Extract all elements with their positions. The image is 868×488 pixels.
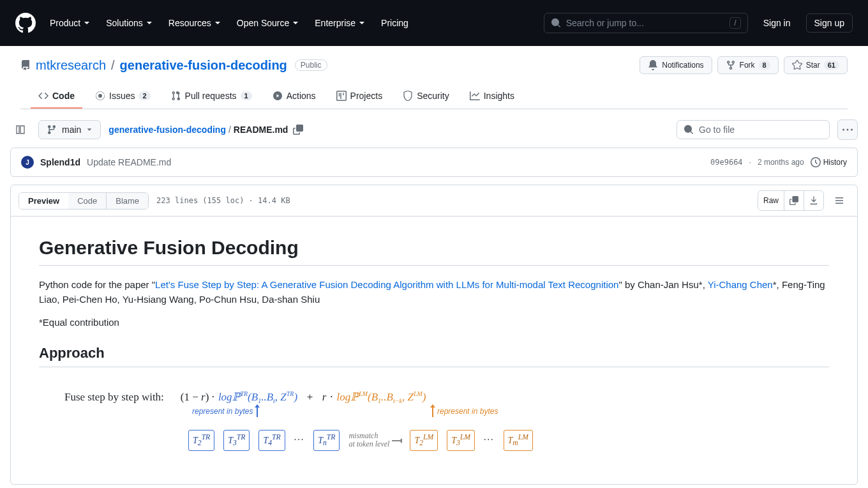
tab-issues[interactable]: Issues2: [87, 84, 158, 109]
repo-icon: [20, 60, 31, 70]
outline-button[interactable]: [829, 190, 849, 211]
tab-insights[interactable]: Insights: [462, 84, 522, 109]
view-switcher: Preview Code Blame: [19, 192, 149, 210]
author-link[interactable]: Yi-Chang Chen: [708, 279, 773, 290]
search-input[interactable]: Search or jump to... /: [544, 13, 748, 33]
commit-message[interactable]: Update README.md: [87, 157, 171, 167]
commit-time: 2 months ago: [758, 158, 804, 167]
sidebar-collapse-icon: [15, 125, 26, 135]
nav-solutions[interactable]: Solutions: [100, 13, 160, 33]
raw-button[interactable]: Raw: [758, 191, 784, 210]
repo-tabs: Code Issues2 Pull requests1 Actions Proj…: [20, 84, 848, 109]
copy-path-button[interactable]: [290, 122, 306, 137]
actions-icon: [273, 91, 283, 101]
tab-actions[interactable]: Actions: [265, 84, 324, 109]
download-icon: [809, 196, 818, 205]
repo-header: mtkresearch / generative-fusion-decoding…: [0, 46, 868, 109]
kebab-icon: [842, 125, 853, 135]
search-icon: [551, 18, 561, 28]
repo-owner-link[interactable]: mtkresearch: [36, 58, 106, 73]
paper-link[interactable]: Let's Fuse Step by Step: A Generative Fu…: [155, 279, 618, 290]
slash-shortcut: /: [730, 17, 740, 29]
github-logo-icon[interactable]: [15, 13, 36, 33]
primary-nav: Product Solutions Resources Open Source …: [43, 13, 536, 33]
file-box: Preview Code Blame 223 lines (155 loc) ·…: [10, 185, 858, 485]
readme-intro: Python code for the paper "Let's Fuse St…: [39, 277, 829, 307]
fork-button[interactable]: Fork8: [717, 56, 779, 74]
nav-product[interactable]: Product: [43, 13, 97, 33]
file-area: main generative-fusion-decoding / README…: [0, 109, 868, 488]
chevron-down-icon: [83, 19, 91, 27]
view-blame[interactable]: Blame: [107, 193, 148, 209]
sign-up-button[interactable]: Sign up: [806, 13, 853, 33]
chevron-down-icon: [214, 19, 221, 27]
history-link[interactable]: History: [811, 157, 847, 167]
commit-sha[interactable]: 09e9664: [710, 158, 743, 167]
goto-file-input[interactable]: Go to file: [677, 120, 830, 139]
nav-resources[interactable]: Resources: [162, 13, 228, 33]
readme-content: Generative Fusion Decoding Python code f…: [11, 217, 857, 484]
approach-heading: Approach: [39, 345, 829, 367]
fork-count: 8: [759, 61, 770, 70]
issues-icon: [95, 91, 105, 101]
projects-icon: [336, 91, 347, 101]
copy-icon: [293, 125, 303, 135]
breadcrumb-root[interactable]: generative-fusion-decoding: [108, 125, 226, 135]
latest-commit: J Splend1d Update README.md 09e9664 · 2 …: [10, 148, 858, 177]
star-icon: [792, 60, 802, 70]
insights-icon: [470, 91, 480, 101]
tab-code[interactable]: Code: [31, 84, 82, 109]
search-icon: [684, 125, 694, 135]
chevron-down-icon: [86, 126, 93, 133]
file-stats: 223 lines (155 loc) · 14.4 KB: [156, 196, 290, 205]
nav-open-source[interactable]: Open Source: [230, 13, 306, 33]
repo-name-link[interactable]: generative-fusion-decoding: [120, 58, 287, 73]
more-options-button[interactable]: [837, 119, 858, 140]
star-button[interactable]: Star61: [784, 56, 848, 74]
chevron-down-icon: [146, 19, 153, 27]
tab-pull-requests[interactable]: Pull requests1: [163, 84, 260, 109]
list-icon: [834, 195, 844, 206]
copy-icon: [789, 196, 798, 205]
chevron-down-icon: [292, 19, 299, 27]
pr-icon: [171, 91, 181, 101]
repo-sep: /: [111, 58, 115, 73]
security-icon: [403, 91, 413, 101]
star-count: 61: [824, 61, 839, 70]
code-icon: [38, 91, 49, 101]
view-code[interactable]: Code: [68, 193, 106, 209]
copy-button[interactable]: [784, 191, 804, 210]
collapse-tree-button[interactable]: [10, 119, 31, 140]
nav-enterprise[interactable]: Enterprise: [308, 13, 372, 33]
download-button[interactable]: [804, 191, 823, 210]
approach-figure: Fuse step by step with: (1 − r) · logℙTR…: [39, 377, 829, 464]
equal-contribution: *Equal contribution: [39, 315, 829, 330]
visibility-badge: Public: [295, 59, 327, 71]
site-header: Product Solutions Resources Open Source …: [0, 0, 868, 46]
commit-author[interactable]: Splend1d: [40, 157, 80, 167]
fork-icon: [726, 60, 736, 70]
tab-projects[interactable]: Projects: [329, 84, 391, 109]
readme-title: Generative Fusion Decoding: [39, 237, 829, 266]
nav-pricing[interactable]: Pricing: [375, 13, 415, 33]
notifications-button[interactable]: Notifications: [640, 56, 712, 74]
tab-security[interactable]: Security: [395, 84, 457, 109]
breadcrumb-file: README.md: [234, 125, 288, 135]
branch-select[interactable]: main: [38, 120, 101, 139]
branch-icon: [47, 125, 57, 135]
view-preview[interactable]: Preview: [19, 193, 68, 209]
search-placeholder: Search or jump to...: [566, 18, 725, 28]
bell-icon: [648, 60, 658, 70]
sign-in-link[interactable]: Sign in: [756, 14, 798, 32]
chevron-down-icon: [358, 19, 366, 27]
avatar[interactable]: J: [21, 156, 34, 169]
history-icon: [811, 157, 821, 167]
breadcrumb: generative-fusion-decoding / README.md: [108, 122, 306, 137]
